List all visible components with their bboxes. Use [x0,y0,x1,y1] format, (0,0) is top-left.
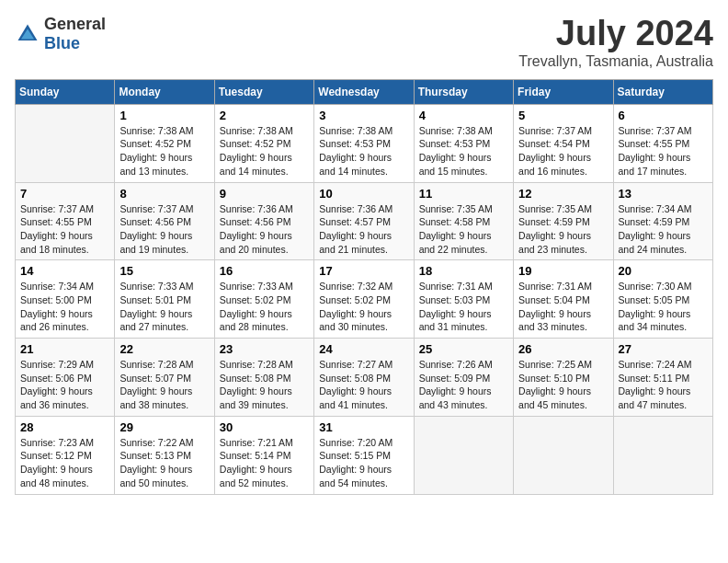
month-year-title: July 2024 [518,15,713,53]
day-number: 24 [319,342,408,356]
calendar-cell: 23Sunrise: 7:28 AMSunset: 5:08 PMDayligh… [214,339,313,417]
logo-icon [15,21,40,47]
calendar-cell: 30Sunrise: 7:21 AMSunset: 5:14 PMDayligh… [214,416,313,494]
day-number: 29 [119,420,209,434]
day-number: 21 [20,342,109,356]
day-info: Sunrise: 7:31 AMSunset: 5:03 PMDaylight:… [419,280,508,334]
calendar-cell: 5Sunrise: 7:37 AMSunset: 4:54 PMDaylight… [514,104,613,182]
calendar-cell: 20Sunrise: 7:30 AMSunset: 5:05 PMDayligh… [613,260,712,339]
day-number: 16 [220,264,309,278]
day-number: 12 [518,187,608,201]
day-info: Sunrise: 7:37 AMSunset: 4:56 PMDaylight:… [119,202,209,257]
calendar-week-row: 28Sunrise: 7:23 AMSunset: 5:12 PMDayligh… [16,416,713,494]
day-info: Sunrise: 7:24 AMSunset: 5:11 PMDaylight:… [619,358,708,412]
day-info: Sunrise: 7:21 AMSunset: 5:14 PMDaylight:… [220,436,309,490]
calendar-cell [414,416,513,494]
calendar-cell: 27Sunrise: 7:24 AMSunset: 5:11 PMDayligh… [613,339,712,417]
location-title: Trevallyn, Tasmania, Australia [518,53,713,70]
day-number: 7 [20,187,109,201]
calendar-cell: 16Sunrise: 7:33 AMSunset: 5:02 PMDayligh… [214,260,313,339]
calendar-cell: 28Sunrise: 7:23 AMSunset: 5:12 PMDayligh… [16,416,115,494]
day-info: Sunrise: 7:38 AMSunset: 4:52 PMDaylight:… [119,124,209,178]
day-info: Sunrise: 7:38 AMSunset: 4:53 PMDaylight:… [319,124,408,178]
day-info: Sunrise: 7:33 AMSunset: 5:02 PMDaylight:… [220,280,309,334]
day-info: Sunrise: 7:34 AMSunset: 5:00 PMDaylight:… [20,280,109,334]
calendar-cell: 19Sunrise: 7:31 AMSunset: 5:04 PMDayligh… [514,260,613,339]
day-number: 6 [619,109,708,122]
calendar-cell [613,416,712,494]
calendar-cell: 18Sunrise: 7:31 AMSunset: 5:03 PMDayligh… [414,260,513,339]
day-info: Sunrise: 7:29 AMSunset: 5:06 PMDaylight:… [20,358,109,412]
logo-blue: Blue [44,34,80,52]
day-info: Sunrise: 7:25 AMSunset: 5:10 PMDaylight:… [518,358,608,412]
title-section: July 2024 Trevallyn, Tasmania, Australia [518,15,713,70]
day-info: Sunrise: 7:30 AMSunset: 5:05 PMDaylight:… [619,280,708,334]
calendar-cell: 7Sunrise: 7:37 AMSunset: 4:55 PMDaylight… [16,182,115,260]
day-number: 30 [220,420,309,434]
day-number: 14 [20,264,109,278]
day-info: Sunrise: 7:20 AMSunset: 5:15 PMDaylight:… [319,436,408,490]
day-number: 11 [419,187,508,201]
calendar-table: SundayMondayTuesdayWednesdayThursdayFrid… [15,79,713,495]
day-number: 27 [619,342,708,356]
day-info: Sunrise: 7:38 AMSunset: 4:52 PMDaylight:… [220,124,309,178]
day-number: 25 [419,342,508,356]
calendar-cell: 2Sunrise: 7:38 AMSunset: 4:52 PMDaylight… [214,104,313,182]
calendar-cell [514,416,613,494]
day-number: 31 [319,420,408,434]
calendar-cell: 3Sunrise: 7:38 AMSunset: 4:53 PMDaylight… [314,104,414,182]
day-info: Sunrise: 7:35 AMSunset: 4:59 PMDaylight:… [518,202,608,257]
calendar-cell [16,104,115,182]
day-number: 28 [20,420,109,434]
calendar-cell: 22Sunrise: 7:28 AMSunset: 5:07 PMDayligh… [115,339,214,417]
day-number: 4 [419,109,508,122]
calendar-cell: 12Sunrise: 7:35 AMSunset: 4:59 PMDayligh… [514,182,613,260]
calendar-cell: 10Sunrise: 7:36 AMSunset: 4:57 PMDayligh… [314,182,414,260]
calendar-cell: 26Sunrise: 7:25 AMSunset: 5:10 PMDayligh… [514,339,613,417]
day-info: Sunrise: 7:27 AMSunset: 5:08 PMDaylight:… [319,358,408,412]
calendar-cell: 1Sunrise: 7:38 AMSunset: 4:52 PMDaylight… [115,104,214,182]
calendar-cell: 15Sunrise: 7:33 AMSunset: 5:01 PMDayligh… [115,260,214,339]
calendar-week-row: 14Sunrise: 7:34 AMSunset: 5:00 PMDayligh… [16,260,713,339]
header-thursday: Thursday [414,79,513,104]
calendar-week-row: 7Sunrise: 7:37 AMSunset: 4:55 PMDaylight… [16,182,713,260]
header-saturday: Saturday [613,79,712,104]
day-info: Sunrise: 7:36 AMSunset: 4:57 PMDaylight:… [319,202,408,257]
day-number: 19 [518,264,608,278]
day-number: 5 [518,109,608,122]
header-friday: Friday [514,79,613,104]
day-number: 3 [319,109,408,122]
calendar-cell: 11Sunrise: 7:35 AMSunset: 4:58 PMDayligh… [414,182,513,260]
calendar-header-row: SundayMondayTuesdayWednesdayThursdayFrid… [16,79,713,104]
header-sunday: Sunday [16,79,115,104]
day-number: 2 [220,109,309,122]
header-monday: Monday [115,79,214,104]
page-wrapper: General Blue July 2024 Trevallyn, Tasman… [15,15,713,495]
day-number: 18 [419,264,508,278]
day-info: Sunrise: 7:37 AMSunset: 4:55 PMDaylight:… [619,124,708,178]
calendar-week-row: 1Sunrise: 7:38 AMSunset: 4:52 PMDaylight… [16,104,713,182]
calendar-cell: 8Sunrise: 7:37 AMSunset: 4:56 PMDaylight… [115,182,214,260]
day-info: Sunrise: 7:28 AMSunset: 5:07 PMDaylight:… [119,358,209,412]
day-info: Sunrise: 7:31 AMSunset: 5:04 PMDaylight:… [518,280,608,334]
calendar-cell: 29Sunrise: 7:22 AMSunset: 5:13 PMDayligh… [115,416,214,494]
calendar-cell: 13Sunrise: 7:34 AMSunset: 4:59 PMDayligh… [613,182,712,260]
logo-text: General Blue [44,15,106,53]
calendar-cell: 25Sunrise: 7:26 AMSunset: 5:09 PMDayligh… [414,339,513,417]
day-info: Sunrise: 7:26 AMSunset: 5:09 PMDaylight:… [419,358,508,412]
day-number: 26 [518,342,608,356]
day-number: 9 [220,187,309,201]
day-number: 15 [119,264,209,278]
day-info: Sunrise: 7:37 AMSunset: 4:55 PMDaylight:… [20,202,109,257]
day-number: 10 [319,187,408,201]
day-info: Sunrise: 7:33 AMSunset: 5:01 PMDaylight:… [119,280,209,334]
day-number: 20 [619,264,708,278]
header: General Blue July 2024 Trevallyn, Tasman… [15,15,713,70]
header-tuesday: Tuesday [214,79,313,104]
day-number: 17 [319,264,408,278]
day-info: Sunrise: 7:37 AMSunset: 4:54 PMDaylight:… [518,124,608,178]
day-info: Sunrise: 7:22 AMSunset: 5:13 PMDaylight:… [119,436,209,490]
day-info: Sunrise: 7:34 AMSunset: 4:59 PMDaylight:… [619,202,708,257]
day-number: 8 [119,187,209,201]
calendar-cell: 24Sunrise: 7:27 AMSunset: 5:08 PMDayligh… [314,339,414,417]
